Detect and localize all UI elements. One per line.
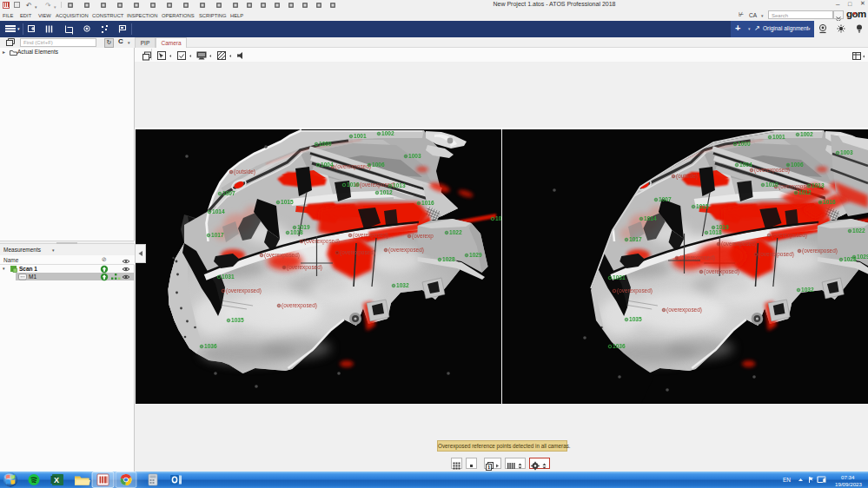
svg-text:1016: 1016 bbox=[421, 200, 434, 206]
svg-text:1022: 1022 bbox=[449, 229, 462, 235]
svg-text:X: X bbox=[54, 476, 59, 485]
svg-text:1006: 1006 bbox=[791, 162, 804, 168]
svg-text:(overexposed): (overexposed) bbox=[264, 252, 300, 259]
svg-text:(outside): (outside) bbox=[234, 168, 255, 175]
svg-text:1031: 1031 bbox=[222, 274, 235, 280]
svg-text:07:34: 07:34 bbox=[841, 474, 855, 480]
svg-text:1003: 1003 bbox=[408, 153, 421, 159]
svg-text:1006: 1006 bbox=[372, 162, 385, 168]
svg-text:1017: 1017 bbox=[211, 232, 224, 238]
svg-text:1017: 1017 bbox=[629, 236, 642, 242]
svg-text:(overexposed): (overexposed) bbox=[226, 287, 262, 294]
svg-text:1000: 1000 bbox=[319, 141, 332, 147]
svg-text:(overexposed): (overexposed) bbox=[335, 163, 371, 170]
svg-text:1022: 1022 bbox=[852, 228, 865, 234]
svg-text:1032: 1032 bbox=[801, 287, 814, 293]
svg-text:(overexposed): (overexposed) bbox=[772, 232, 807, 239]
svg-text:1031: 1031 bbox=[613, 274, 626, 280]
svg-text:1016: 1016 bbox=[823, 199, 836, 205]
svg-text:1001: 1001 bbox=[772, 134, 785, 140]
svg-text:1004: 1004 bbox=[321, 162, 334, 168]
svg-text:1015: 1015 bbox=[696, 203, 709, 209]
svg-text:(overexposed): (overexposed) bbox=[282, 302, 317, 309]
svg-text:(overexposed): (overexposed) bbox=[666, 307, 702, 313]
svg-text:1012: 1012 bbox=[380, 189, 393, 195]
svg-text:1029: 1029 bbox=[857, 254, 868, 260]
svg-text:1014: 1014 bbox=[212, 208, 225, 214]
svg-text:1003: 1003 bbox=[840, 149, 853, 155]
svg-text:1010: 1010 bbox=[765, 181, 779, 188]
svg-text:(overexposed): (overexposed) bbox=[704, 268, 739, 275]
svg-text:1036: 1036 bbox=[204, 343, 217, 349]
svg-text:1002: 1002 bbox=[800, 131, 813, 137]
svg-text:1007: 1007 bbox=[222, 190, 235, 196]
svg-text:1018: 1018 bbox=[290, 229, 303, 235]
svg-text:(overexp: (overexp bbox=[412, 233, 434, 240]
svg-text:1029: 1029 bbox=[469, 252, 482, 258]
svg-text:1012: 1012 bbox=[798, 189, 812, 195]
svg-text:1015: 1015 bbox=[281, 199, 294, 205]
svg-text:1000: 1000 bbox=[738, 141, 751, 147]
svg-text:(overexposed): (overexposed) bbox=[721, 241, 757, 247]
svg-text:19/09/2023: 19/09/2023 bbox=[835, 481, 863, 487]
svg-text:1010: 1010 bbox=[347, 181, 360, 188]
svg-text:(outside): (outside) bbox=[676, 173, 698, 180]
svg-text:(overexposed): (overexposed) bbox=[802, 247, 838, 254]
svg-text:1014: 1014 bbox=[644, 215, 657, 221]
svg-text:(overexposed): (overexposed) bbox=[340, 249, 375, 256]
svg-text:1013: 1013 bbox=[393, 182, 406, 188]
svg-text:(overexposed): (overexposed) bbox=[759, 251, 794, 258]
svg-text:1004: 1004 bbox=[739, 162, 752, 168]
svg-text:(overexposed): (overexposed) bbox=[754, 167, 790, 174]
svg-text:(overexposed): (overexposed) bbox=[388, 247, 424, 254]
svg-text:EN: EN bbox=[783, 477, 791, 483]
svg-text:1023: 1023 bbox=[495, 215, 501, 221]
svg-text:1028: 1028 bbox=[844, 256, 857, 262]
svg-text:(overexposed): (overexposed) bbox=[617, 287, 653, 294]
svg-text:1036: 1036 bbox=[613, 343, 626, 349]
svg-text:(overexposed): (overexposed) bbox=[287, 264, 322, 271]
svg-text:1001: 1001 bbox=[354, 133, 367, 139]
svg-text:1032: 1032 bbox=[396, 282, 409, 288]
svg-text:1035: 1035 bbox=[629, 316, 642, 322]
svg-text:1035: 1035 bbox=[231, 317, 244, 323]
svg-text:1002: 1002 bbox=[381, 130, 394, 136]
svg-text:1007: 1007 bbox=[659, 196, 672, 202]
svg-text:1018: 1018 bbox=[709, 229, 722, 235]
svg-text:1028: 1028 bbox=[442, 256, 455, 262]
svg-text:1013: 1013 bbox=[812, 182, 825, 188]
svg-text:(overexposed): (overexposed) bbox=[353, 232, 388, 239]
svg-text:(overexposed): (overexposed) bbox=[304, 238, 340, 245]
